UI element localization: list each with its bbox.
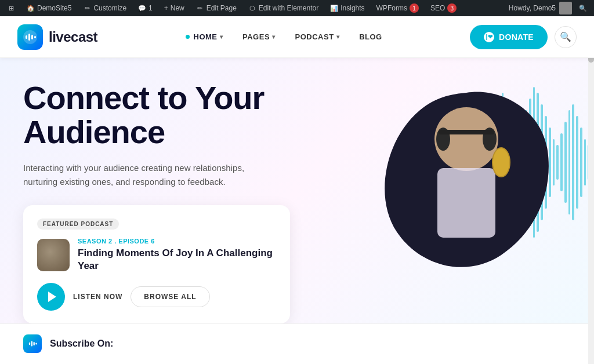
subscribe-bar: Subscribe On: [0,323,594,363]
admin-seo[interactable]: SEO 3 [428,0,459,16]
seo-badge: 3 [447,3,457,13]
svg-rect-13 [29,342,30,345]
chevron-down-icon: ▾ [220,34,223,40]
hero-image-area [292,70,594,301]
wpforms-badge: 1 [410,3,419,13]
podcast-thumbnail [37,239,70,271]
admin-site-name[interactable]: 🏠 DemoSite5 [24,0,74,16]
svg-rect-16 [35,343,37,344]
episode-label: SEASON 2 . EPISODE 6 [78,238,276,245]
nav-links: HOME ▾ PAGES ▾ PODCAST ▾ BLOG [178,28,390,46]
wordpress-icon: ⊞ [7,4,15,12]
admin-insights[interactable]: 📊 Insights [328,0,367,16]
admin-comments[interactable]: 💬 1 [136,0,155,16]
logo[interactable]: livecast [17,24,97,50]
admin-edit-elementor[interactable]: ⬡ Edit with Elementor [246,0,321,16]
edit-icon: ✏ [196,4,204,12]
svg-rect-2 [28,34,30,41]
svg-point-11 [492,148,510,177]
subscribe-logo-icon [27,338,38,350]
svg-rect-14 [31,341,32,346]
hero-subtitle: Interacting with your audience creating … [23,161,278,189]
play-button[interactable] [37,283,65,311]
chevron-down-icon: ▾ [336,34,340,40]
admin-howdy[interactable]: Howdy, Demo5 [509,2,572,14]
hero-blob [374,81,559,278]
nav-pages[interactable]: PAGES ▾ [234,28,284,46]
admin-customize[interactable]: ✏ Customize [81,0,129,16]
svg-rect-1 [26,35,27,39]
nav-podcast[interactable]: PODCAST ▾ [287,28,348,46]
hero-section: Connect to Your Audience Interacting wit… [0,58,594,323]
chevron-down-icon: ▾ [272,34,276,40]
nav-home[interactable]: HOME ▾ [178,28,231,46]
house-icon: 🏠 [27,4,35,12]
admin-bar: ⊞ 🏠 DemoSite5 ✏ Customize 💬 1 + New ✏ Ed… [0,0,594,16]
svg-rect-7 [437,168,495,238]
podcast-title: Finding Moments Of Joy In A Challenging … [78,247,276,272]
svg-rect-4 [34,36,36,38]
svg-rect-3 [31,35,33,39]
logo-text: livecast [49,29,97,45]
podcast-row: SEASON 2 . EPISODE 6 Finding Moments Of … [37,238,276,272]
logo-svg [23,30,38,45]
svg-rect-15 [34,342,35,345]
patreon-icon: |❤ [484,32,494,42]
donate-button[interactable]: |❤ DONATE [470,25,548,49]
admin-bar-right: Howdy, Demo5 🔍 [509,2,589,14]
svg-rect-10 [439,130,494,134]
search-icon: 🔍 [560,31,571,42]
customize-icon: ✏ [83,4,91,12]
hero-content: Connect to Your Audience Interacting wit… [23,81,325,323]
subscribe-label: Subscribe On: [50,338,113,349]
elementor-icon: ⬡ [248,4,256,12]
hero-title: Connect to Your Audience [23,81,325,150]
admin-wpforms[interactable]: WPForms 1 [374,0,421,16]
admin-search[interactable]: 🔍 [577,4,589,12]
featured-badge: FEATURED PODCAST [37,219,119,230]
admin-edit-page[interactable]: ✏ Edit Page [194,0,239,16]
main-navigation: livecast HOME ▾ PAGES ▾ PODCAST ▾ BLOG |… [0,16,594,58]
podcast-meta: SEASON 2 . EPISODE 6 Finding Moments Of … [78,238,276,272]
chart-icon: 📊 [330,4,338,12]
search-icon: 🔍 [579,4,587,12]
nav-active-dot [186,35,190,39]
admin-wp-icon[interactable]: ⊞ [5,0,17,16]
browse-all-button[interactable]: BROWSE ALL [131,286,209,307]
admin-avatar [559,2,572,14]
thumbnail-image [37,239,70,271]
comment-icon: 💬 [138,4,146,12]
admin-new[interactable]: + New [162,0,187,16]
podcast-actions: LISTEN NOW BROWSE ALL [37,283,276,311]
search-button[interactable]: 🔍 [555,26,577,48]
play-icon [48,292,56,302]
nav-blog[interactable]: BLOG [351,28,390,46]
subscribe-icon [23,334,42,353]
featured-podcast-card: FEATURED PODCAST SEASON 2 . EPISODE 6 Fi… [23,205,290,323]
listen-now-button[interactable]: LISTEN NOW [73,293,122,301]
logo-icon [17,24,43,50]
